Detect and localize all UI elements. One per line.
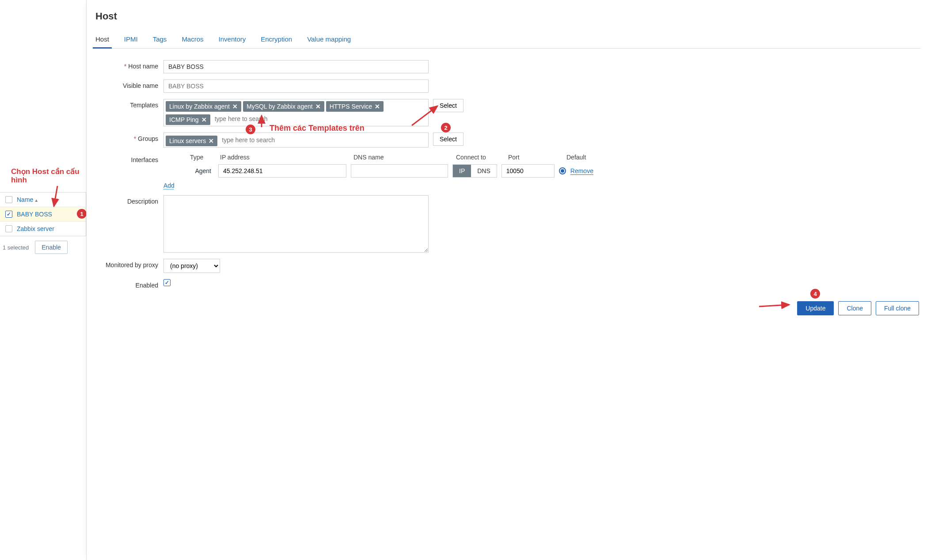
tab-macros[interactable]: Macros [179,31,206,48]
tab-encryption[interactable]: Encryption [258,31,295,48]
default-radio[interactable] [559,167,566,174]
annotation-arrow-4 [757,299,793,311]
group-tag: Linux servers ✕ [166,136,217,146]
remove-tag-icon[interactable]: ✕ [375,103,380,110]
templates-label: Templates [93,99,163,109]
proxy-select[interactable]: (no proxy) [163,259,220,273]
update-button[interactable]: Update [797,301,834,315]
connect-ip-button[interactable]: IP [453,165,471,177]
full-clone-button[interactable]: Full clone [876,301,919,315]
hostname-label: *Host name [93,60,163,70]
tab-host[interactable]: Host [93,31,112,49]
interfaces-label: Interfaces [93,154,163,163]
groups-label: *Groups [93,132,163,142]
ip-address-input[interactable] [218,164,346,178]
row-checkbox[interactable] [5,225,12,232]
clone-button[interactable]: Clone [838,301,871,315]
tab-value-mapping[interactable]: Value mapping [304,31,353,48]
host-table: Name▲ BABY BOSS 1 Zabbix server [0,192,86,236]
host-link[interactable]: BABY BOSS [17,211,52,218]
tab-inventory[interactable]: Inventory [216,31,249,48]
select-all-checkbox[interactable] [5,196,12,203]
enabled-label: Enabled [93,279,163,289]
groups-search-input[interactable] [219,135,299,147]
description-label: Description [93,195,163,205]
dialog-title: Host [95,11,921,22]
remove-tag-icon[interactable]: ✕ [201,116,207,123]
proxy-label: Monitored by proxy [93,259,163,269]
host-list-panel: Chọn Host cần cấu hình Name▲ BABY BOSS 1 [0,0,86,560]
tab-ipmi[interactable]: IPMI [122,31,141,48]
description-textarea[interactable] [163,195,429,253]
groups-multiselect[interactable]: Linux servers ✕ [163,132,429,148]
header-type: Type [190,154,215,161]
selected-count: 1 selected [3,244,29,251]
dialog-footer: 4 Update Clone Full clone [93,301,921,315]
svg-line-3 [759,305,789,306]
templates-select-button[interactable]: Select [433,99,464,112]
visiblename-label: Visible name [93,79,163,89]
visiblename-input[interactable] [163,79,429,93]
interface-row: Agent IP DNS Remove [163,164,921,178]
annotation-badge-3: 3 [246,125,255,134]
template-tag: ICMP Ping ✕ [166,114,210,125]
enabled-checkbox[interactable] [163,279,171,286]
annotation-badge-4: 4 [810,289,820,299]
header-port: Port [508,154,561,161]
sort-asc-icon: ▲ [34,198,38,203]
header-dns: DNS name [353,154,451,161]
remove-tag-icon[interactable]: ✕ [209,137,214,144]
header-ip: IP address [220,154,348,161]
annotation-badge-1: 1 [77,209,87,219]
enable-button[interactable]: Enable [35,241,68,254]
templates-multiselect[interactable]: Linux by Zabbix agent ✕ MySQL by Zabbix … [163,99,429,126]
host-dialog: Host Host IPMI Tags Macros Inventory Enc… [86,0,927,560]
dns-name-input[interactable] [351,164,448,178]
interfaces-header: Type IP address DNS name Connect to Port… [163,154,921,161]
interface-type: Agent [189,167,214,174]
host-link[interactable]: Zabbix server [17,225,54,232]
template-tag: MySQL by Zabbix agent ✕ [243,101,324,112]
table-row[interactable]: BABY BOSS 1 [0,207,86,222]
template-tag: Linux by Zabbix agent ✕ [166,101,241,112]
groups-select-button[interactable]: Select [433,132,464,146]
connect-dns-button[interactable]: DNS [471,165,497,177]
header-default: Default [566,154,593,161]
remove-tag-icon[interactable]: ✕ [315,103,321,110]
annotation-choose-host: Chọn Host cần cấu hình [11,168,86,184]
port-input[interactable] [501,164,555,178]
selection-footer: 1 selected Enable [0,236,86,258]
table-row[interactable]: Zabbix server [0,222,86,236]
tab-tags[interactable]: Tags [150,31,170,48]
column-name-header[interactable]: Name▲ [17,196,38,203]
annotation-badge-2: 2 [441,123,451,132]
hostname-input[interactable] [163,60,429,73]
tab-bar: Host IPMI Tags Macros Inventory Encrypti… [93,31,921,49]
remove-tag-icon[interactable]: ✕ [232,103,238,110]
annotation-templates-text: Thêm các Templates trên [270,124,365,133]
connect-to-toggle[interactable]: IP DNS [452,164,497,178]
header-connect: Connect to [456,154,503,161]
row-checkbox[interactable] [5,211,12,218]
host-form: *Host name Visible name Templates Linux … [93,60,921,289]
host-table-header: Name▲ [0,193,86,207]
template-tag: HTTPS Service ✕ [326,101,384,112]
add-interface-link[interactable]: Add [163,182,175,189]
remove-interface-link[interactable]: Remove [570,167,593,174]
